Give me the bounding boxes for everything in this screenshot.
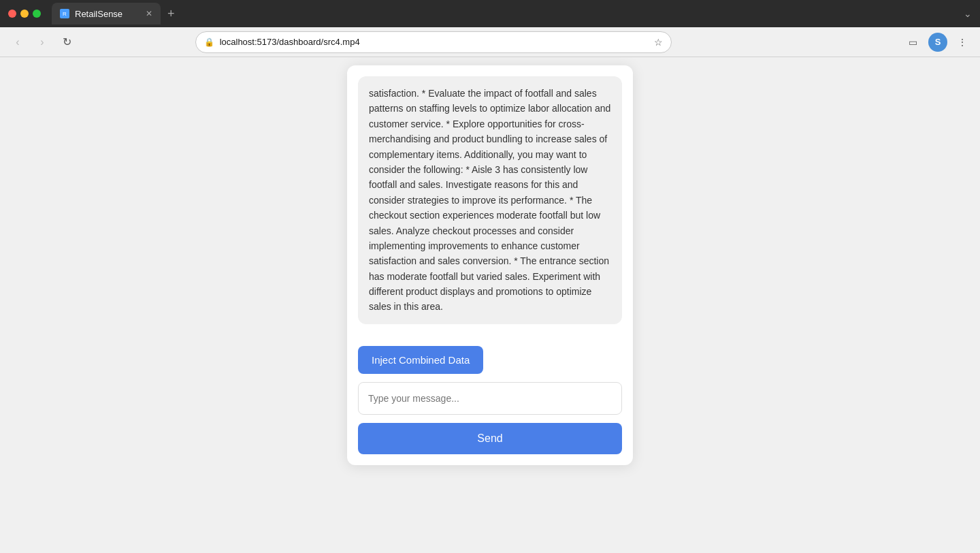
send-button[interactable]: Send — [358, 423, 622, 454]
message-input[interactable] — [358, 382, 622, 415]
active-tab[interactable]: R RetailSense ✕ — [52, 3, 161, 25]
address-box[interactable]: 🔒 localhost:5173/dashboard/src4.mp4 ☆ — [195, 31, 672, 53]
url-text[interactable]: localhost:5173/dashboard/src4.mp4 — [220, 37, 649, 47]
back-button[interactable]: ‹ — [8, 33, 27, 52]
tab-title: RetailSense — [75, 9, 122, 19]
user-avatar[interactable]: S — [928, 33, 947, 52]
tab-favicon: R — [60, 9, 69, 18]
chat-actions: Inject Combined Data Send — [347, 346, 633, 465]
browser-chrome: R RetailSense ✕ + ⌄ — [0, 0, 980, 27]
message-bubble: satisfaction. * Evaluate the impact of f… — [358, 76, 622, 324]
tab-close-button[interactable]: ✕ — [146, 9, 152, 18]
maximize-window-button[interactable] — [33, 10, 41, 18]
inject-combined-data-button[interactable]: Inject Combined Data — [358, 346, 483, 374]
minimize-window-button[interactable] — [20, 10, 29, 18]
lock-icon: 🔒 — [204, 37, 214, 47]
toolbar-right: ▭ S ⋮ — [904, 33, 972, 52]
bookmark-icon[interactable]: ☆ — [654, 37, 663, 48]
browser-menu-button[interactable]: ⋮ — [953, 33, 972, 52]
reload-button[interactable]: ↻ — [57, 33, 76, 52]
chat-messages: satisfaction. * Evaluate the impact of f… — [347, 65, 633, 346]
tabs-expand-button[interactable]: ⌄ — [964, 8, 972, 19]
sidebar-toggle-button[interactable]: ▭ — [904, 33, 923, 52]
traffic-lights — [8, 10, 41, 18]
address-bar-row: ‹ › ↻ 🔒 localhost:5173/dashboard/src4.mp… — [0, 27, 980, 57]
forward-button[interactable]: › — [33, 33, 52, 52]
chat-panel: satisfaction. * Evaluate the impact of f… — [347, 65, 633, 465]
message-text: satisfaction. * Evaluate the impact of f… — [369, 88, 610, 312]
new-tab-button[interactable]: + — [163, 7, 179, 21]
close-window-button[interactable] — [8, 10, 16, 18]
page-content: satisfaction. * Evaluate the impact of f… — [0, 57, 980, 553]
tab-bar: R RetailSense ✕ + ⌄ — [52, 3, 972, 25]
